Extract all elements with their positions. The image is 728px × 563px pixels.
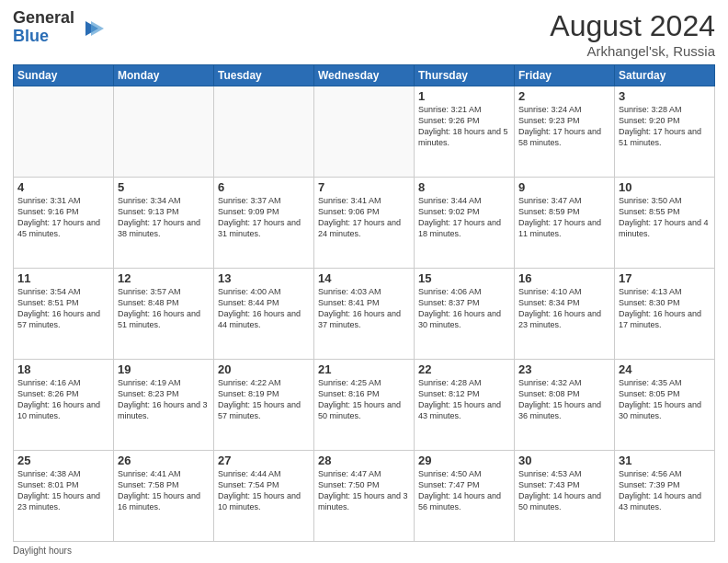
calendar-cell: 29Sunrise: 4:50 AM Sunset: 7:47 PM Dayli… [415,451,515,542]
day-info: Sunrise: 3:54 AM Sunset: 8:51 PM Dayligh… [17,286,109,331]
calendar-cell: 20Sunrise: 4:22 AM Sunset: 8:19 PM Dayli… [214,360,314,451]
calendar-cell [14,86,114,178]
day-number: 25 [17,454,109,467]
day-info: Sunrise: 4:25 AM Sunset: 8:16 PM Dayligh… [318,377,410,422]
logo-general: General [13,9,74,28]
calendar-week-0: 1Sunrise: 3:21 AM Sunset: 9:26 PM Daylig… [14,86,715,178]
svg-marker-1 [91,21,104,36]
day-info: Sunrise: 4:28 AM Sunset: 8:12 PM Dayligh… [418,377,510,422]
day-number: 29 [418,454,510,467]
day-info: Sunrise: 3:41 AM Sunset: 9:06 PM Dayligh… [318,195,410,240]
logo-icon [78,16,104,41]
calendar-week-2: 11Sunrise: 3:54 AM Sunset: 8:51 PM Dayli… [14,269,715,360]
calendar-cell: 15Sunrise: 4:06 AM Sunset: 8:37 PM Dayli… [415,269,515,360]
calendar-cell: 9Sunrise: 3:47 AM Sunset: 8:59 PM Daylig… [515,178,615,269]
calendar-cell: 6Sunrise: 3:37 AM Sunset: 9:09 PM Daylig… [214,178,314,269]
day-info: Sunrise: 4:10 AM Sunset: 8:34 PM Dayligh… [518,286,610,331]
calendar-cell: 17Sunrise: 4:13 AM Sunset: 8:30 PM Dayli… [615,269,715,360]
day-info: Sunrise: 4:16 AM Sunset: 8:26 PM Dayligh… [17,377,109,422]
calendar-cell: 7Sunrise: 3:41 AM Sunset: 9:06 PM Daylig… [314,178,415,269]
col-saturday: Saturday [615,65,715,86]
day-number: 4 [17,180,109,194]
day-info: Sunrise: 4:47 AM Sunset: 7:50 PM Dayligh… [318,468,410,513]
col-wednesday: Wednesday [314,65,415,86]
logo: General Blue [13,9,104,46]
day-info: Sunrise: 4:35 AM Sunset: 8:05 PM Dayligh… [619,377,711,422]
calendar-cell: 27Sunrise: 4:44 AM Sunset: 7:54 PM Dayli… [214,451,314,542]
calendar-cell [214,86,314,178]
calendar-cell: 1Sunrise: 3:21 AM Sunset: 9:26 PM Daylig… [415,86,515,178]
day-number: 23 [518,362,610,376]
calendar-cell: 8Sunrise: 3:44 AM Sunset: 9:02 PM Daylig… [415,178,515,269]
day-number: 5 [118,180,210,194]
day-info: Sunrise: 4:53 AM Sunset: 7:43 PM Dayligh… [518,468,610,513]
col-monday: Monday [114,65,214,86]
calendar-week-3: 18Sunrise: 4:16 AM Sunset: 8:26 PM Dayli… [14,360,715,451]
calendar-week-4: 25Sunrise: 4:38 AM Sunset: 8:01 PM Dayli… [14,451,715,542]
day-info: Sunrise: 4:44 AM Sunset: 7:54 PM Dayligh… [218,468,310,513]
day-info: Sunrise: 4:32 AM Sunset: 8:08 PM Dayligh… [518,377,610,422]
calendar-cell: 28Sunrise: 4:47 AM Sunset: 7:50 PM Dayli… [314,451,415,542]
day-number: 26 [118,454,210,467]
calendar-cell: 23Sunrise: 4:32 AM Sunset: 8:08 PM Dayli… [515,360,615,451]
location: Arkhangel'sk, Russia [550,43,715,59]
day-info: Sunrise: 4:00 AM Sunset: 8:44 PM Dayligh… [218,286,310,331]
calendar-header-row: Sunday Monday Tuesday Wednesday Thursday… [14,65,715,86]
day-number: 11 [17,271,109,285]
calendar-cell: 4Sunrise: 3:31 AM Sunset: 9:16 PM Daylig… [14,178,114,269]
calendar-cell: 10Sunrise: 3:50 AM Sunset: 8:55 PM Dayli… [615,178,715,269]
day-number: 19 [118,362,210,376]
day-info: Sunrise: 4:03 AM Sunset: 8:41 PM Dayligh… [318,286,410,331]
day-info: Sunrise: 3:50 AM Sunset: 8:55 PM Dayligh… [619,195,711,240]
col-thursday: Thursday [415,65,515,86]
header: General Blue August 2024 Arkhangel'sk, R… [13,9,715,59]
day-number: 24 [619,362,711,376]
day-info: Sunrise: 3:31 AM Sunset: 9:16 PM Dayligh… [17,195,109,240]
calendar-week-1: 4Sunrise: 3:31 AM Sunset: 9:16 PM Daylig… [14,178,715,269]
day-info: Sunrise: 4:19 AM Sunset: 8:23 PM Dayligh… [118,377,210,422]
day-number: 21 [318,362,410,376]
col-friday: Friday [515,65,615,86]
calendar-cell: 12Sunrise: 3:57 AM Sunset: 8:48 PM Dayli… [114,269,214,360]
day-info: Sunrise: 4:22 AM Sunset: 8:19 PM Dayligh… [218,377,310,422]
day-number: 31 [619,454,711,467]
calendar-cell: 26Sunrise: 4:41 AM Sunset: 7:58 PM Dayli… [114,451,214,542]
col-tuesday: Tuesday [214,65,314,86]
logo-blue: Blue [13,28,74,46]
calendar-cell [314,86,415,178]
day-info: Sunrise: 3:28 AM Sunset: 9:20 PM Dayligh… [619,104,711,149]
calendar-cell: 30Sunrise: 4:53 AM Sunset: 7:43 PM Dayli… [515,451,615,542]
calendar-cell: 25Sunrise: 4:38 AM Sunset: 8:01 PM Dayli… [14,451,114,542]
day-number: 12 [118,271,210,285]
day-number: 17 [619,271,711,285]
day-number: 6 [218,180,310,194]
calendar-cell: 14Sunrise: 4:03 AM Sunset: 8:41 PM Dayli… [314,269,415,360]
day-info: Sunrise: 3:57 AM Sunset: 8:48 PM Dayligh… [118,286,210,331]
day-number: 27 [218,454,310,467]
calendar-cell: 18Sunrise: 4:16 AM Sunset: 8:26 PM Dayli… [14,360,114,451]
calendar-cell: 19Sunrise: 4:19 AM Sunset: 8:23 PM Dayli… [114,360,214,451]
day-number: 20 [218,362,310,376]
calendar-cell: 22Sunrise: 4:28 AM Sunset: 8:12 PM Dayli… [415,360,515,451]
calendar-cell: 11Sunrise: 3:54 AM Sunset: 8:51 PM Dayli… [14,269,114,360]
footer-note: Daylight hours [13,546,715,556]
logo-text: General Blue [13,9,74,46]
day-number: 15 [418,271,510,285]
day-number: 16 [518,271,610,285]
day-number: 9 [518,180,610,194]
calendar-cell: 21Sunrise: 4:25 AM Sunset: 8:16 PM Dayli… [314,360,415,451]
day-number: 14 [318,271,410,285]
calendar-cell [114,86,214,178]
day-info: Sunrise: 4:06 AM Sunset: 8:37 PM Dayligh… [418,286,510,331]
day-number: 8 [418,180,510,194]
day-info: Sunrise: 4:38 AM Sunset: 8:01 PM Dayligh… [17,468,109,513]
calendar-cell: 3Sunrise: 3:28 AM Sunset: 9:20 PM Daylig… [615,86,715,178]
col-sunday: Sunday [14,65,114,86]
day-number: 2 [518,89,610,103]
day-info: Sunrise: 4:41 AM Sunset: 7:58 PM Dayligh… [118,468,210,513]
day-number: 3 [619,89,711,103]
day-number: 22 [418,362,510,376]
calendar-cell: 31Sunrise: 4:56 AM Sunset: 7:39 PM Dayli… [615,451,715,542]
calendar-cell: 24Sunrise: 4:35 AM Sunset: 8:05 PM Dayli… [615,360,715,451]
day-info: Sunrise: 3:21 AM Sunset: 9:26 PM Dayligh… [418,104,510,149]
